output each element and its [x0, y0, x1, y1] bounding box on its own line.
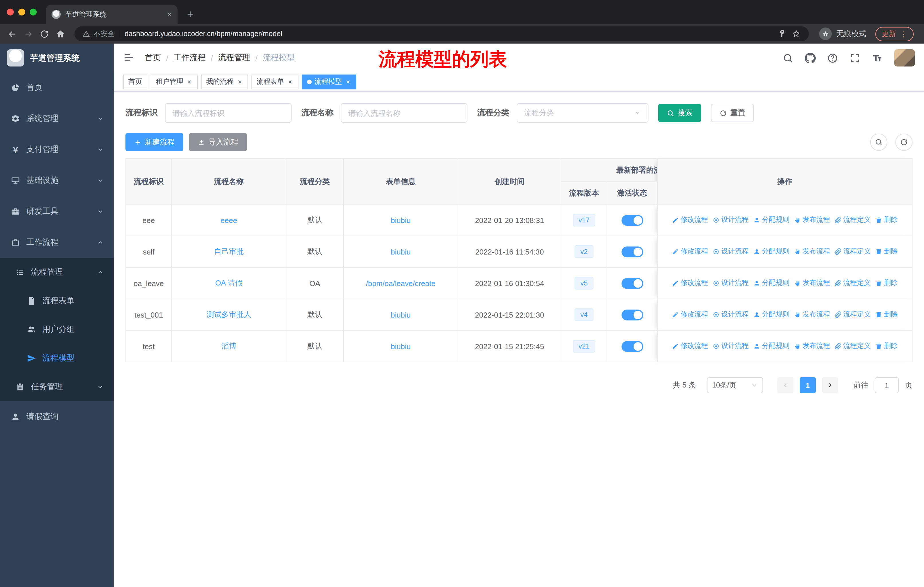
search-icon[interactable]	[782, 53, 794, 63]
hamburger-icon[interactable]	[123, 51, 136, 64]
view-tag-首页[interactable]: 首页	[123, 74, 147, 89]
action-assign-rule[interactable]: 分配规则	[753, 310, 789, 319]
tag-close-icon[interactable]: ×	[287, 78, 293, 86]
active-switch[interactable]	[621, 278, 643, 289]
bookmark-star-icon[interactable]	[792, 29, 801, 38]
action-publish[interactable]: 发布流程	[794, 341, 830, 351]
back-icon[interactable]	[6, 28, 18, 40]
action-definition[interactable]: 流程定义	[835, 341, 871, 351]
font-size-icon[interactable]	[872, 53, 883, 63]
action-modify[interactable]: 修改流程	[672, 310, 708, 319]
tag-close-icon[interactable]: ×	[237, 78, 243, 86]
action-delete[interactable]: 删除	[875, 341, 898, 351]
active-switch[interactable]	[621, 309, 643, 320]
user-avatar[interactable]	[894, 49, 915, 66]
next-page-button[interactable]	[822, 377, 838, 393]
github-icon[interactable]	[805, 53, 816, 63]
process-name-input[interactable]	[341, 103, 467, 123]
import-process-button[interactable]: 导入流程	[189, 133, 247, 151]
action-publish[interactable]: 发布流程	[794, 247, 830, 256]
process-name-link[interactable]: 自己审批	[214, 247, 244, 256]
action-modify[interactable]: 修改流程	[672, 247, 708, 256]
action-delete[interactable]: 删除	[875, 278, 898, 288]
sidebar-item-leave-query[interactable]: 请假查询	[0, 401, 114, 432]
view-tag-流程模型[interactable]: 流程模型×	[302, 74, 356, 89]
sidebar-item-process-model[interactable]: 流程模型	[0, 344, 114, 373]
action-publish[interactable]: 发布流程	[794, 215, 830, 225]
action-assign-rule[interactable]: 分配规则	[753, 247, 789, 256]
action-assign-rule[interactable]: 分配规则	[753, 278, 789, 288]
prev-page-button[interactable]	[777, 377, 794, 393]
action-design[interactable]: 设计流程	[713, 310, 749, 319]
action-assign-rule[interactable]: 分配规则	[753, 341, 789, 351]
new-tab-button[interactable]: +	[182, 6, 198, 22]
action-design[interactable]: 设计流程	[713, 278, 749, 288]
refresh-table-button[interactable]	[895, 134, 912, 151]
form-info-link[interactable]: biubiu	[391, 216, 411, 225]
action-definition[interactable]: 流程定义	[835, 215, 871, 225]
browser-update-button[interactable]: 更新 ⋮	[875, 26, 914, 41]
zoom-window-button[interactable]	[30, 8, 37, 15]
form-info-link[interactable]: biubiu	[391, 311, 411, 319]
sidebar-item-process-manage[interactable]: 流程管理	[0, 258, 114, 287]
sidebar-item-home[interactable]: 首页	[0, 72, 114, 103]
sidebar-item-infrastructure[interactable]: 基础设施	[0, 165, 114, 196]
action-publish[interactable]: 发布流程	[794, 278, 830, 288]
goto-page-input[interactable]	[875, 377, 899, 393]
action-definition[interactable]: 流程定义	[835, 310, 871, 319]
create-process-button[interactable]: 新建流程	[125, 133, 183, 151]
action-definition[interactable]: 流程定义	[835, 247, 871, 256]
breadcrumb-item[interactable]: 流程管理	[218, 53, 250, 63]
tag-close-icon[interactable]: ×	[345, 78, 351, 86]
reset-button[interactable]: 重置	[711, 104, 754, 122]
help-icon[interactable]	[827, 53, 838, 63]
process-name-link[interactable]: eeee	[221, 216, 237, 225]
action-modify[interactable]: 修改流程	[672, 341, 708, 351]
sidebar-item-task-manage[interactable]: 任务管理	[0, 373, 114, 401]
action-publish[interactable]: 发布流程	[794, 310, 830, 319]
toggle-search-button[interactable]	[870, 134, 887, 151]
action-delete[interactable]: 删除	[875, 215, 898, 225]
process-name-link[interactable]: 滔博	[221, 342, 236, 350]
active-switch[interactable]	[621, 246, 643, 257]
close-window-button[interactable]	[7, 8, 14, 15]
action-modify[interactable]: 修改流程	[672, 278, 708, 288]
sidebar-item-user-group[interactable]: 用户分组	[0, 315, 114, 344]
action-design[interactable]: 设计流程	[713, 341, 749, 351]
view-tag-租户管理[interactable]: 租户管理×	[151, 74, 198, 89]
app-logo[interactable]: 芋道管理系统	[0, 43, 114, 72]
action-modify[interactable]: 修改流程	[672, 215, 708, 225]
fullscreen-icon[interactable]	[850, 53, 860, 63]
process-name-link[interactable]: OA 请假	[215, 279, 242, 287]
sidebar-item-payment[interactable]: ¥支付管理	[0, 134, 114, 165]
breadcrumb-item[interactable]: 首页	[145, 53, 161, 63]
form-info-link[interactable]: biubiu	[391, 342, 411, 351]
breadcrumb-item[interactable]: 工作流程	[173, 53, 206, 63]
action-delete[interactable]: 删除	[875, 247, 898, 256]
action-delete[interactable]: 删除	[875, 310, 898, 319]
browser-menu-icon[interactable]: ⋮	[900, 30, 908, 38]
active-switch[interactable]	[621, 215, 643, 226]
page-number-button[interactable]: 1	[800, 377, 816, 393]
forward-icon[interactable]	[22, 28, 35, 40]
process-name-link[interactable]: 测试多审批人	[206, 310, 251, 319]
view-tag-流程表单[interactable]: 流程表单×	[251, 74, 299, 89]
sidebar-item-workflow[interactable]: 工作流程	[0, 227, 114, 258]
password-key-icon[interactable]	[778, 29, 787, 38]
action-design[interactable]: 设计流程	[713, 247, 749, 256]
url-bar[interactable]: 不安全 dashboard.yudao.iocoder.cn/bpm/manag…	[74, 26, 809, 41]
action-assign-rule[interactable]: 分配规则	[753, 215, 789, 225]
active-switch[interactable]	[621, 341, 643, 352]
security-warning[interactable]: 不安全	[82, 29, 115, 39]
minimize-window-button[interactable]	[18, 8, 25, 15]
browser-tab[interactable]: 芋道管理系统 ×	[46, 5, 178, 24]
tag-close-icon[interactable]: ×	[186, 78, 193, 86]
sidebar-item-dev-tools[interactable]: 研发工具	[0, 196, 114, 227]
process-id-input[interactable]	[165, 103, 292, 123]
search-button[interactable]: 搜索	[658, 104, 701, 122]
sidebar-item-process-form[interactable]: 流程表单	[0, 287, 114, 315]
process-category-select[interactable]: 流程分类	[517, 103, 648, 123]
page-size-select[interactable]: 10条/页	[707, 377, 763, 393]
tab-close-icon[interactable]: ×	[167, 10, 172, 19]
form-info-link[interactable]: /bpm/oa/leave/create	[366, 279, 436, 288]
